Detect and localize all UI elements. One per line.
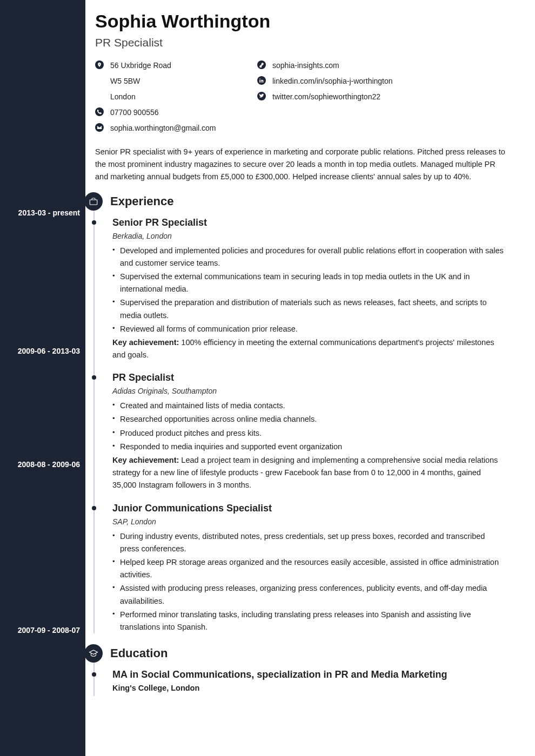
twitter-icon <box>257 92 266 100</box>
phone-icon <box>95 107 104 116</box>
phone-number: 07700 900556 <box>110 107 159 118</box>
bullet: During industry events, distributed note… <box>112 530 505 555</box>
job-org: Berkadia, London <box>112 232 505 240</box>
svg-rect-2 <box>90 200 97 205</box>
education-section: Education MA in Social Communications, s… <box>95 644 505 692</box>
job-org: SAP, London <box>112 517 505 526</box>
key-achievement: Key achievement: 100% efficiency in meet… <box>112 336 505 361</box>
address-line2: W5 5BW <box>110 76 230 87</box>
education-timeline: MA in Social Communications, specializat… <box>95 669 505 692</box>
bullet: Supervised the preparation and distribut… <box>112 296 505 321</box>
linkedin-icon <box>257 76 266 85</box>
bullet: Assisted with producing press releases, … <box>112 582 505 607</box>
svg-rect-0 <box>259 80 260 83</box>
address-line1: 56 Uxbridge Road <box>110 60 171 71</box>
experience-section: Experience Senior PR Specialist Berkadia… <box>95 192 505 634</box>
address-line3: London <box>110 91 230 103</box>
job-org: Adidas Originals, Southampton <box>112 387 505 395</box>
location-icon <box>95 60 104 69</box>
main-content: Sophia Worthington PR Specialist 56 Uxbr… <box>85 0 535 756</box>
linkedin-link[interactable]: linkedin.com/in/sophia-j-worthington <box>272 76 393 87</box>
job-entry: Senior PR Specialist Berkadia, London De… <box>112 217 505 362</box>
bullet: Developed and implemented policies and p… <box>112 245 505 269</box>
email-icon <box>95 123 104 132</box>
bullet: Supervised the external communications t… <box>112 271 505 295</box>
website-link[interactable]: sophia-insights.com <box>272 60 339 71</box>
job-entry: Junior Communications Specialist SAP, Lo… <box>112 503 505 634</box>
bullet: Reviewed all forms of communication prio… <box>112 323 505 335</box>
degree-name: MA in Social Communications, specializat… <box>112 669 505 680</box>
briefcase-icon <box>84 192 103 211</box>
graduation-cap-icon <box>84 644 103 663</box>
job-role: PR Specialist <box>112 372 505 383</box>
job-title: PR Specialist <box>95 36 505 49</box>
summary-text: Senior PR specialist with 9+ years of ex… <box>95 146 505 184</box>
twitter-link[interactable]: twitter.com/sophieworthington22 <box>272 91 380 103</box>
key-achievement: Key achievement: Lead a project team in … <box>112 454 505 492</box>
bullet: Responded to media inquiries and support… <box>112 441 505 453</box>
svg-point-1 <box>259 78 260 79</box>
sidebar: 2013-03 - present 2009-06 - 2013-03 2008… <box>0 0 85 756</box>
bullet: Produced product pitches and press kits. <box>112 427 505 440</box>
experience-timeline: Senior PR Specialist Berkadia, London De… <box>95 217 505 634</box>
bullet: Created and maintained lists of media co… <box>112 400 505 412</box>
education-entry: MA in Social Communications, specializat… <box>112 669 505 692</box>
job-role: Senior PR Specialist <box>112 217 505 228</box>
bullet: Helped keep PR storage areas organized a… <box>112 556 505 581</box>
section-heading: Experience <box>110 194 173 208</box>
section-heading: Education <box>110 646 168 660</box>
job-entry: PR Specialist Adidas Originals, Southamp… <box>112 372 505 491</box>
person-name: Sophia Worthington <box>95 11 505 32</box>
email-address: sophia.worthington@gmail.com <box>110 123 216 134</box>
resume-page: 2013-03 - present 2009-06 - 2013-03 2008… <box>0 0 535 756</box>
bullet: Researched opportunities across online m… <box>112 413 505 426</box>
contact-block: 56 Uxbridge Road W5 5BW London 07700 900… <box>95 60 505 134</box>
job-role: Junior Communications Specialist <box>112 503 505 514</box>
link-icon <box>257 60 266 69</box>
bullet: Performed minor translating tasks, inclu… <box>112 609 505 633</box>
school-name: King's College, London <box>112 684 505 692</box>
